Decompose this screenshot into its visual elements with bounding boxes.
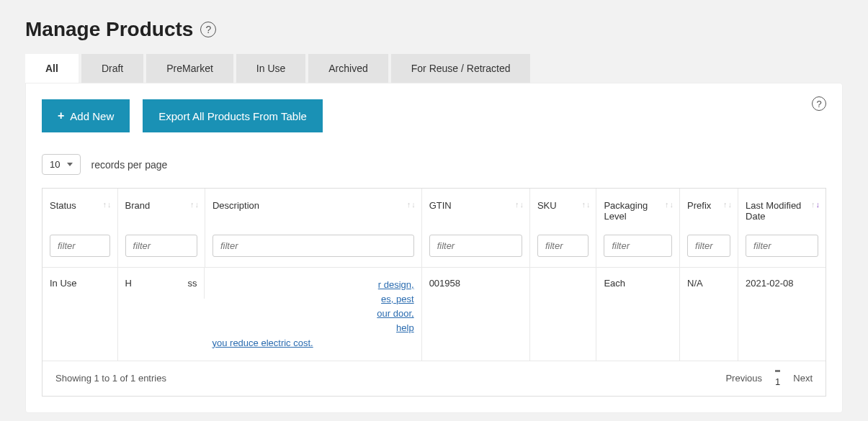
col-header-label: Description [212,200,259,211]
col-header-label: SKU [537,200,557,211]
cell-sku [529,268,596,361]
sort-icon: ↑↓ [407,202,416,207]
col-header-label: GTIN [429,200,452,211]
description-link[interactable]: you reduce electric cost. [212,338,313,348]
sort-icon: ↑↓ [103,202,112,207]
panel-help-icon[interactable]: ? [812,96,826,111]
cell-modified: 2021-02-08 [738,268,826,361]
col-header-label: Last Modified Date [746,200,801,222]
page-title-row: Manage Products ? [25,18,861,41]
export-all-label: Export All Products From Table [158,110,307,122]
tabs: AllDraftPreMarketIn UseArchivedFor Reuse… [25,54,861,83]
records-label: records per page [91,159,167,171]
col-filter-brand [117,227,205,268]
actions-row: + Add New Export All Products From Table [42,99,826,132]
col-header-label: Brand [125,200,151,211]
tab-for-reuse-retracted[interactable]: For Reuse / Retracted [391,54,531,83]
add-new-label: Add New [70,110,114,122]
pager-previous[interactable]: Previous [725,373,762,384]
sort-icon: ↑↓ [665,202,674,207]
records-select-value: 10 [50,159,60,170]
col-filter-status [42,227,117,268]
col-header-sku[interactable]: SKU↑↓ [529,189,596,227]
export-all-button[interactable]: Export All Products From Table [143,99,323,132]
sort-icon: ↑↓ [515,202,524,207]
col-filter-gtin [421,227,529,268]
filter-input-prefix[interactable] [687,235,730,257]
help-icon[interactable]: ? [200,22,216,37]
table-filter-row [42,227,826,268]
description-link[interactable]: es, pest [381,294,414,304]
plus-icon: + [58,109,64,122]
cell-status: In Use [42,268,117,361]
table-footer: Showing 1 to 1 of 1 entries Previous 1 N… [42,361,826,396]
filter-input-sku[interactable] [537,235,589,257]
col-filter-description [205,227,421,268]
tab-all[interactable]: All [25,54,79,83]
col-filter-modified [738,227,826,268]
col-filter-prefix [680,227,738,268]
col-header-description[interactable]: Description↑↓ [205,189,421,227]
filter-input-gtin[interactable] [429,235,522,257]
filter-input-status[interactable] [50,235,110,257]
add-new-button[interactable]: + Add New [42,99,130,132]
description-link[interactable]: r design, [378,279,414,290]
table-header-row: Status↑↓Brand↑↓Description↑↓GTIN↑↓SKU↑↓P… [42,189,826,227]
main-panel: ? + Add New Export All Products From Tab… [25,83,843,413]
tab-draft[interactable]: Draft [81,54,143,83]
records-select[interactable]: 10 [42,154,81,175]
col-header-status[interactable]: Status↑↓ [42,189,117,227]
col-header-modified[interactable]: Last Modified Date↑↓ [738,189,826,227]
chevron-down-icon [67,163,73,166]
col-header-brand[interactable]: Brand↑↓ [117,189,205,227]
table-row[interactable]: In UseHssr design,es, pestour door, help… [42,268,826,361]
filter-input-modified[interactable] [746,235,818,257]
sort-icon: ↑↓ [581,202,590,207]
col-header-packaging[interactable]: Packaging Level↑↓ [596,189,680,227]
sort-icon: ↑↓ [811,202,820,207]
cell-gtin: 001958 [421,268,529,361]
table-body: In UseHssr design,es, pestour door, help… [42,268,826,361]
tab-in-use[interactable]: In Use [236,54,305,83]
col-filter-packaging [596,227,680,268]
col-header-label: Packaging Level [604,200,648,222]
col-header-label: Prefix [687,200,711,211]
description-link[interactable]: help [396,322,414,333]
col-header-gtin[interactable]: GTIN↑↓ [421,189,529,227]
cell-description: r design,es, pestour door, helpyou reduc… [205,268,421,361]
pager-page-1[interactable]: 1 [775,370,780,387]
filter-input-packaging[interactable] [604,235,672,257]
filter-input-brand[interactable] [125,235,197,257]
sort-icon: ↑↓ [723,202,732,207]
page-title: Manage Products [25,18,193,41]
tab-premarket[interactable]: PreMarket [146,54,233,83]
cell-packaging: Each [596,268,680,361]
products-table-wrap: Status↑↓Brand↑↓Description↑↓GTIN↑↓SKU↑↓P… [42,188,826,397]
description-link[interactable]: our door, [377,308,413,319]
cell-brand: Hss [118,268,205,299]
filter-input-description[interactable] [212,235,414,257]
sort-icon: ↑↓ [190,202,199,207]
records-per-page-row: 10 records per page [42,154,826,175]
col-header-label: Status [50,200,76,211]
col-filter-sku [529,227,596,268]
products-table: Status↑↓Brand↑↓Description↑↓GTIN↑↓SKU↑↓P… [42,189,826,361]
cell-prefix: N/A [680,268,738,361]
tab-archived[interactable]: Archived [308,54,388,83]
pager: Previous 1 Next [725,370,813,387]
entries-text: Showing 1 to 1 of 1 entries [55,373,166,384]
pager-next[interactable]: Next [793,373,813,384]
col-header-prefix[interactable]: Prefix↑↓ [680,189,738,227]
